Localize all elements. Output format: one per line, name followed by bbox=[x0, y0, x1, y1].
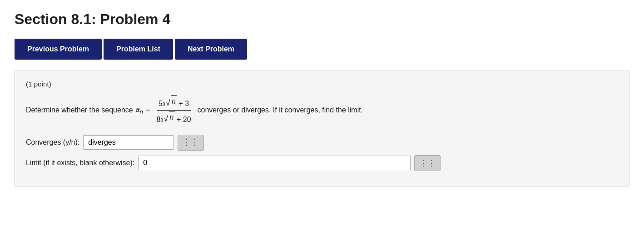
fraction-numerator: 58√n + 3 bbox=[157, 95, 191, 111]
problem-statement: Determine whether the sequence an = 58√n… bbox=[26, 95, 618, 126]
converges-label: Converges (y/n): bbox=[26, 138, 79, 147]
sequence-variable: an bbox=[136, 104, 143, 117]
statement-after: converges or diverges. If it converges, … bbox=[198, 104, 363, 116]
converges-row: Converges (y/n): ⋮⋮ bbox=[26, 135, 618, 151]
navigation-buttons: Previous Problem Problem List Next Probl… bbox=[15, 39, 629, 60]
radical-denominator: 8√n bbox=[160, 111, 174, 123]
equals-sign: = bbox=[146, 104, 150, 116]
problem-list-button[interactable]: Problem List bbox=[104, 39, 173, 60]
page-title: Section 8.1: Problem 4 bbox=[15, 11, 629, 28]
limit-grid-button[interactable]: ⋮⋮ bbox=[414, 155, 441, 171]
fraction-denominator: 88√n + 20 bbox=[154, 111, 193, 126]
previous-problem-button[interactable]: Previous Problem bbox=[15, 39, 102, 60]
limit-input[interactable] bbox=[138, 156, 411, 170]
radical-numerator: 8√n bbox=[163, 95, 177, 107]
problem-points: (1 point) bbox=[26, 80, 618, 88]
problem-box: (1 point) Determine whether the sequence… bbox=[15, 71, 629, 187]
fraction: 58√n + 3 88√n + 20 bbox=[154, 95, 193, 126]
statement-before: Determine whether the sequence bbox=[26, 104, 133, 116]
converges-grid-button[interactable]: ⋮⋮ bbox=[178, 135, 204, 151]
limit-label: Limit (if it exists, blank otherwise): bbox=[26, 159, 134, 167]
next-problem-button[interactable]: Next Problem bbox=[175, 39, 247, 60]
limit-row: Limit (if it exists, blank otherwise): ⋮… bbox=[26, 155, 618, 171]
converges-input[interactable] bbox=[83, 135, 174, 150]
